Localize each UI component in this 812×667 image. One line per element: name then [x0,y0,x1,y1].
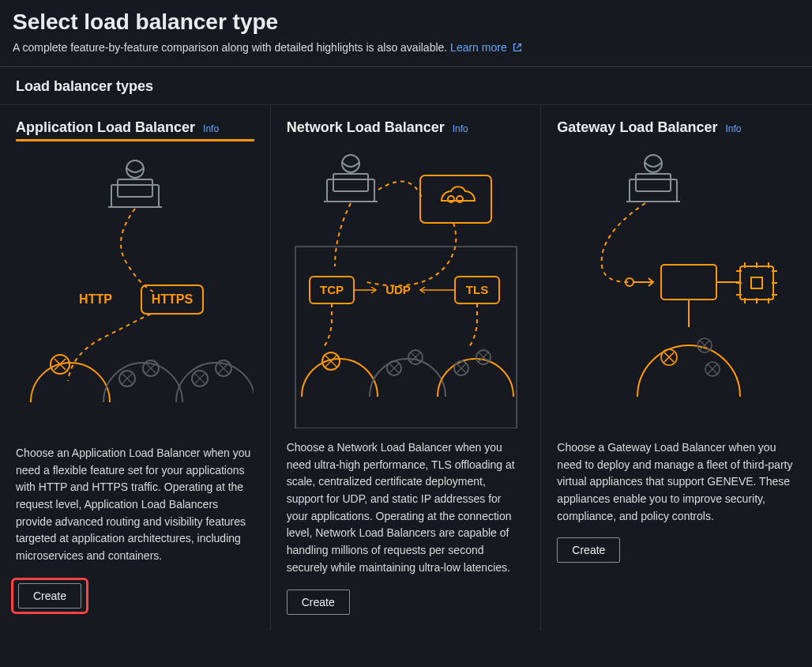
alb-create-highlight: Create [11,578,88,614]
svg-rect-29 [636,174,671,191]
card-nlb-info-link[interactable]: Info [453,123,468,134]
card-alb-title: Application Load Balancer [16,119,195,136]
glb-create-button[interactable]: Create [557,537,620,563]
alb-diagram: HTTPS HTTP [16,149,254,434]
nlb-tcp-label: TCP [320,283,344,296]
alb-create-button[interactable]: Create [18,583,81,609]
nlb-create-button[interactable]: Create [287,590,350,615]
alb-selected-indicator [16,139,254,141]
card-alb-description: Choose an Application Load Balancer when… [16,445,254,565]
card-glb: Gateway Load Balancer Info [541,105,812,631]
card-nlb-description: Choose a Network Load Balancer when you … [287,439,525,577]
card-glb-info-link[interactable]: Info [725,123,741,134]
card-alb-info-link[interactable]: Info [203,123,219,134]
lb-type-cards: Application Load Balancer Info [0,104,812,631]
svg-rect-12 [333,174,368,191]
card-alb: Application Load Balancer Info [0,105,271,631]
page-subtitle: A complete feature-by-feature comparison… [13,41,799,54]
nlb-tls-label: TLS [465,283,487,296]
card-nlb-title: Network Load Balancer [287,119,445,136]
card-glb-title: Gateway Load Balancer [557,119,717,136]
svg-rect-2 [118,179,152,197]
subtitle-text: A complete feature-by-feature comparison… [13,41,450,54]
section-title: Load balancer types [13,67,799,104]
nlb-diagram: TCP UDP TLS [287,144,525,428]
external-link-icon [512,42,523,53]
svg-rect-33 [661,265,716,300]
alb-https-label: HTTPS [152,292,194,306]
page-title: Select load balancer type [13,9,799,35]
alb-http-label: HTTP [79,292,112,306]
learn-more-link[interactable]: Learn more [450,41,522,54]
svg-rect-35 [740,266,773,300]
glb-diagram [557,144,796,428]
learn-more-label: Learn more [450,41,507,54]
card-nlb: Network Load Balancer Info [271,105,542,631]
card-glb-description: Choose a Gateway Load Balancer when you … [557,439,796,525]
nlb-udp-label: UDP [385,283,411,296]
svg-rect-36 [751,277,762,288]
